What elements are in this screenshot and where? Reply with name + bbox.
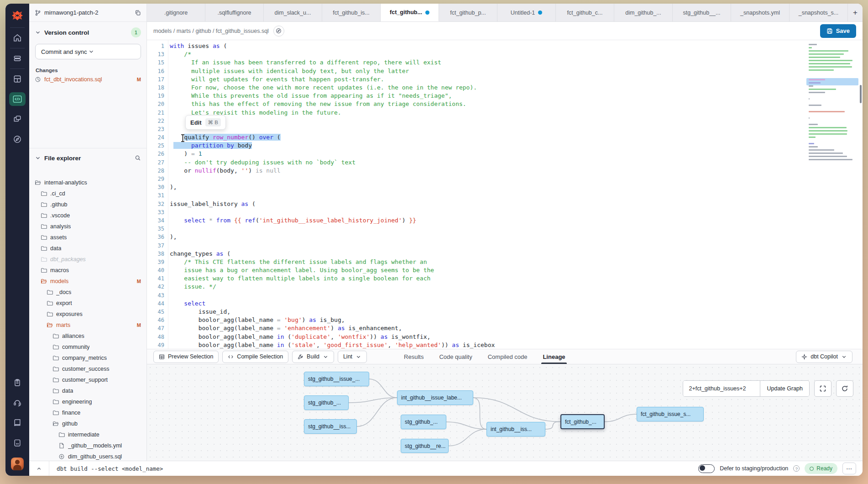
code-line-22[interactable]: 22	[147, 117, 803, 125]
catalog-icon[interactable]	[5, 373, 29, 393]
code-line-32[interactable]: 32issue_label_history as (	[147, 200, 803, 208]
changed-file-row[interactable]: fct_dbt_invocations.sql M	[29, 75, 146, 84]
tree-item-data[interactable]: data	[29, 243, 146, 254]
tree-item-data[interactable]: data	[29, 385, 146, 396]
dbt-copilot-button[interactable]: dbt Copilot	[796, 351, 852, 363]
tree-item-dim-github-users-sql[interactable]: dim_github_users.sql	[29, 451, 146, 461]
tab-fct-github-c-[interactable]: fct_github_c...	[556, 4, 614, 21]
tab-dim-github-[interactable]: dim_github_...	[614, 4, 673, 21]
tree-item-intermediate[interactable]: intermediate	[29, 429, 146, 440]
orchestration-icon[interactable]	[5, 109, 29, 129]
file-explorer-header[interactable]: File explorer	[29, 151, 146, 165]
dbt-logo[interactable]	[5, 4, 29, 27]
lineage-node-fct-github-[interactable]: fct_github_...	[560, 414, 605, 429]
tree-item-company-metrics[interactable]: company_metrics	[29, 352, 146, 363]
code-line-18[interactable]: 18 For now, choose the one with more rec…	[147, 84, 803, 92]
code-editor[interactable]: 1with issues as (13 /*15 If an issue has…	[147, 40, 863, 349]
view-docs-icon[interactable]	[273, 26, 284, 37]
tree-item-marts[interactable]: martsM	[29, 320, 146, 331]
copy-icon[interactable]	[135, 10, 141, 16]
lineage-node-int-github-iss-[interactable]: int_github__iss...	[486, 422, 545, 437]
code-line-24[interactable]: 24 qualify row_number() over (	[147, 133, 803, 142]
user-avatar[interactable]	[11, 458, 24, 470]
lineage-node-stg-github-[interactable]: stg_github_...	[401, 415, 446, 429]
defer-toggle[interactable]	[698, 464, 715, 473]
tab-fct-github-[interactable]: fct_github...	[381, 4, 439, 21]
home-icon[interactable]	[5, 28, 29, 48]
notifications-icon[interactable]	[5, 433, 29, 453]
tree-item-alliances[interactable]: alliances	[29, 331, 146, 342]
code-line-27[interactable]: 27 -- don't try deduping issues with no …	[147, 158, 803, 167]
code-line-15[interactable]: 15 If an issue has been transferred to a…	[147, 58, 803, 67]
ide-icon[interactable]	[5, 89, 29, 109]
code-line-33[interactable]: 33	[147, 208, 803, 216]
code-line-1[interactable]: 1with issues as (	[147, 42, 803, 50]
code-line-16[interactable]: 16 multiple issues with identical body t…	[147, 67, 803, 75]
code-line-35[interactable]: 35	[147, 225, 803, 233]
support-icon[interactable]	[5, 393, 29, 413]
editor-scrollbar-thumb[interactable]	[860, 85, 862, 103]
code-line-42[interactable]: 42 issue. */	[147, 283, 803, 291]
code-line-36[interactable]: 36),	[147, 233, 803, 241]
lineage-selector-input[interactable]	[683, 381, 760, 396]
lineage-node-int-github-issue-labe-[interactable]: int_github__issue_labe...	[397, 390, 473, 405]
tab-untitled-1[interactable]: Untitled-1	[497, 4, 556, 21]
tree-item-exposures[interactable]: exposures	[29, 309, 146, 320]
tab--gitignore[interactable]: .gitignore	[147, 4, 205, 21]
code-line-29[interactable]: 29	[147, 175, 803, 183]
code-line-31[interactable]: 31	[147, 191, 803, 200]
code-line-13[interactable]: 13 /*	[147, 50, 803, 58]
lineage-node-stg-github-re-[interactable]: stg_github__re...	[401, 439, 449, 453]
branch-row[interactable]: mirnawong1-patch-2	[29, 4, 146, 22]
code-line-48[interactable]: 48 boolor_agg(label_name in ('duplicate'…	[147, 333, 803, 341]
tab-code-quality[interactable]: Code quality	[431, 349, 480, 364]
expand-command-bar-button[interactable]	[29, 461, 49, 476]
code-line-46[interactable]: 46 boolor_agg(label_name = 'bug') as is_…	[147, 316, 803, 324]
update-graph-button[interactable]: Update Graph	[760, 381, 809, 396]
tree-item--vscode[interactable]: .vscode	[29, 210, 146, 221]
save-button[interactable]: Save	[820, 24, 856, 38]
code-line-19[interactable]: 19 While this prevents the old issue fro…	[147, 92, 803, 100]
tree-item-macros[interactable]: macros	[29, 265, 146, 276]
command-input[interactable]: dbt build --select <model_name>	[49, 465, 163, 472]
code-line-47[interactable]: 47 boolor_agg(label_name = 'enhancement'…	[147, 324, 803, 332]
code-line-20[interactable]: 20 this has the effect of removing the n…	[147, 100, 803, 108]
code-line-34[interactable]: 34 select * from {{ ref('int_github__iss…	[147, 216, 803, 225]
search-icon[interactable]	[135, 155, 141, 161]
tab--sqlfluffignore[interactable]: .sqlfluffignore	[205, 4, 264, 21]
dashboard-icon[interactable]	[5, 69, 29, 89]
code-line-44[interactable]: 44 select	[147, 300, 803, 308]
lineage-node-fct-github-issue-s-[interactable]: fct_github_issue_s...	[637, 407, 704, 421]
code-line-30[interactable]: 30),	[147, 183, 803, 191]
tree-item-internal-analytics[interactable]: internal-analytics	[29, 177, 146, 188]
tree-item-export[interactable]: export	[29, 298, 146, 309]
tree-item--ci-cd[interactable]: .ci_cd	[29, 188, 146, 199]
tab-stg-github-[interactable]: stg_github__...	[673, 4, 731, 21]
lineage-panel[interactable]: stg_github__issue_...stg_github_...stg_g…	[147, 364, 863, 461]
tab-dim-slack-u-[interactable]: dim_slack_u...	[264, 4, 322, 21]
tab-lineage[interactable]: Lineage	[535, 349, 573, 364]
tree-item--docs[interactable]: _docs	[29, 287, 146, 298]
tab--snapshots-s-[interactable]: _snapshots_s...	[790, 4, 848, 21]
more-options-button[interactable]: ⋯	[842, 463, 856, 474]
tree-item-models[interactable]: modelsM	[29, 276, 146, 287]
tab-fct-github-p-[interactable]: fct_github_p...	[439, 4, 497, 21]
code-line-39[interactable]: 39 /* This CTE flattens the different is…	[147, 258, 803, 266]
new-tab-button[interactable]: +	[848, 4, 863, 21]
version-control-header[interactable]: Version control 1	[29, 26, 146, 39]
tree-item--github-models-yml[interactable]: _github__models.yml	[29, 440, 146, 451]
environments-icon[interactable]	[5, 48, 29, 68]
tree-item-finance[interactable]: finance	[29, 407, 146, 418]
tree-item--github[interactable]: .github	[29, 199, 146, 210]
lineage-node-stg-github-iss-[interactable]: stg_github__iss...	[304, 419, 357, 434]
code-line-23[interactable]: 23	[147, 125, 803, 133]
edit-tooltip[interactable]: Edit ⌘ B	[185, 115, 226, 130]
minimap[interactable]	[809, 44, 856, 162]
compile-selection-button[interactable]: Compile Selection	[222, 351, 288, 363]
lineage-node-stg-github-issue-[interactable]: stg_github__issue_...	[304, 372, 369, 386]
code-line-41[interactable]: 41 easiest way to flatten multiple label…	[147, 274, 803, 283]
fullscreen-button[interactable]	[814, 380, 831, 397]
code-line-28[interactable]: 28 or nullif(body, '') is null	[147, 167, 803, 175]
lint-button[interactable]: Lint	[338, 351, 367, 363]
tab--snapshots-yml[interactable]: _snapshots.yml	[731, 4, 790, 21]
